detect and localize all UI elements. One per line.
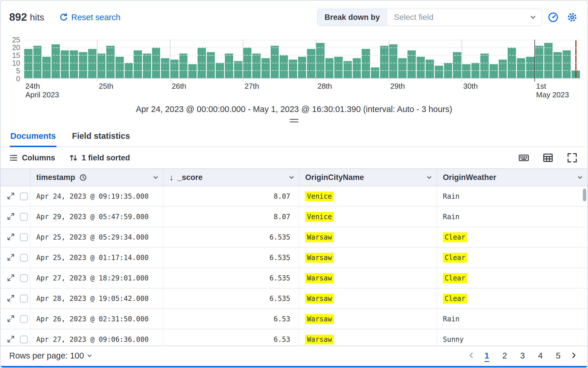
page-button-1[interactable]: 1 <box>479 348 494 363</box>
row-checkbox[interactable] <box>20 233 28 241</box>
histogram-bar[interactable] <box>353 58 361 78</box>
histogram-bar[interactable] <box>371 67 379 78</box>
expand-row-button[interactable] <box>7 253 15 262</box>
expand-row-button[interactable] <box>7 335 15 344</box>
histogram-bar[interactable] <box>480 54 489 78</box>
fullscreen-button[interactable] <box>566 151 579 164</box>
histogram-bar[interactable] <box>389 44 398 78</box>
page-button-4[interactable]: 4 <box>533 348 548 363</box>
rows-per-page-button[interactable]: Rows per page: 100 <box>9 351 91 361</box>
histogram-bar[interactable] <box>407 50 416 78</box>
histogram-bar[interactable] <box>563 50 571 78</box>
row-checkbox[interactable] <box>20 335 28 344</box>
histogram-bar[interactable] <box>298 57 306 78</box>
histogram-bar[interactable] <box>170 60 179 78</box>
page-button-3[interactable]: 3 <box>515 348 530 363</box>
histogram-bar[interactable] <box>553 52 562 78</box>
histogram-bar[interactable] <box>161 58 169 78</box>
expand-row-button[interactable] <box>7 213 15 221</box>
histogram-bar[interactable] <box>88 49 96 78</box>
histogram-bar[interactable] <box>143 54 151 78</box>
chart-resize-handle[interactable] <box>1 114 587 127</box>
histogram-bar[interactable] <box>207 52 215 78</box>
histogram-bar[interactable] <box>426 60 434 78</box>
histogram-bar[interactable] <box>526 57 534 78</box>
histogram-bar[interactable] <box>417 57 425 78</box>
histogram-bar[interactable] <box>535 46 544 78</box>
histogram-bar[interactable] <box>271 46 279 78</box>
column-header-originweather[interactable]: OriginWeather <box>437 169 587 186</box>
histogram-bar[interactable] <box>70 50 78 78</box>
vertical-scrollbar[interactable] <box>583 189 586 201</box>
row-checkbox[interactable] <box>20 315 28 323</box>
histogram-bar[interactable] <box>453 52 461 78</box>
expand-row-button[interactable] <box>7 274 15 282</box>
expand-icon <box>7 253 15 261</box>
row-checkbox[interactable] <box>20 274 28 282</box>
page-button-2[interactable]: 2 <box>497 348 512 363</box>
expand-row-button[interactable] <box>7 315 15 323</box>
display-options-button[interactable] <box>541 151 555 164</box>
histogram-bar[interactable] <box>344 61 352 78</box>
histogram-plot[interactable] <box>24 40 580 79</box>
column-header-origincityname[interactable]: OriginCityName <box>299 169 437 186</box>
scrollbar-thumb[interactable] <box>583 189 586 201</box>
histogram-bar[interactable] <box>24 49 33 78</box>
histogram-bar[interactable] <box>52 44 60 78</box>
histogram-bar[interactable] <box>289 60 297 78</box>
column-header-timestamp[interactable]: timestamp <box>31 169 164 186</box>
histogram-bar[interactable] <box>362 49 370 78</box>
chart-options-button[interactable] <box>545 10 561 25</box>
histogram-bar[interactable] <box>380 46 388 78</box>
histogram-bar[interactable] <box>42 57 51 78</box>
histogram-bar[interactable] <box>188 64 197 78</box>
expand-row-button[interactable] <box>7 233 15 242</box>
sort-fields-button[interactable]: 1 field sorted <box>69 153 130 162</box>
histogram-bar[interactable] <box>435 66 443 78</box>
histogram-bar[interactable] <box>252 54 261 78</box>
page-button-5[interactable]: 5 <box>551 348 566 363</box>
histogram-bar[interactable] <box>517 58 525 78</box>
histogram-bar[interactable] <box>280 55 288 78</box>
histogram-bar[interactable] <box>316 43 325 78</box>
row-checkbox[interactable] <box>20 254 28 262</box>
histogram-bar[interactable] <box>462 64 471 78</box>
histogram-bar[interactable] <box>79 52 87 78</box>
columns-button[interactable]: Columns <box>9 153 55 162</box>
y-axis-tick-label: 0 <box>16 75 20 83</box>
grid-header-row: timestamp ↓ _score OriginCityName Origin… <box>1 169 587 186</box>
keyboard-shortcuts-button[interactable] <box>517 151 530 164</box>
histogram-bar[interactable] <box>261 58 270 78</box>
histogram-bar[interactable] <box>33 46 42 78</box>
expand-row-button[interactable] <box>7 192 15 201</box>
tab-field-statistics[interactable]: Field statistics <box>71 127 130 147</box>
histogram-bar[interactable] <box>234 61 242 78</box>
next-page-button[interactable]: › <box>569 348 579 364</box>
histogram-bar[interactable] <box>115 57 124 78</box>
histogram-bar[interactable] <box>499 60 507 78</box>
row-checkbox[interactable] <box>20 192 28 200</box>
histogram-bar[interactable] <box>134 50 142 78</box>
histogram-bar[interactable] <box>307 49 315 78</box>
histogram-bar[interactable] <box>398 58 407 78</box>
histogram-bar[interactable] <box>97 54 106 78</box>
histogram-bar[interactable] <box>225 54 233 78</box>
breakdown-select[interactable]: Select field <box>387 9 542 26</box>
histogram-bar[interactable] <box>544 43 553 78</box>
histogram-bar[interactable] <box>61 50 69 78</box>
histogram-bar[interactable] <box>334 57 343 78</box>
row-checkbox[interactable] <box>20 213 28 221</box>
histogram-settings-button[interactable] <box>564 10 580 25</box>
histogram-bar[interactable] <box>325 58 334 78</box>
previous-page-button[interactable]: ‹ <box>466 348 476 364</box>
reset-search-button[interactable]: Reset search <box>59 13 121 22</box>
expand-row-button[interactable] <box>7 294 15 303</box>
tab-documents[interactable]: Documents <box>10 127 56 147</box>
histogram-bar[interactable] <box>179 54 188 78</box>
histogram-bar[interactable] <box>106 46 115 78</box>
hits-label: hits <box>30 12 44 23</box>
breakdown-control: Break down by Select field <box>317 9 542 26</box>
column-header-score[interactable]: ↓ _score <box>164 169 299 186</box>
row-checkbox[interactable] <box>20 295 28 303</box>
histogram-bar[interactable] <box>490 64 498 78</box>
